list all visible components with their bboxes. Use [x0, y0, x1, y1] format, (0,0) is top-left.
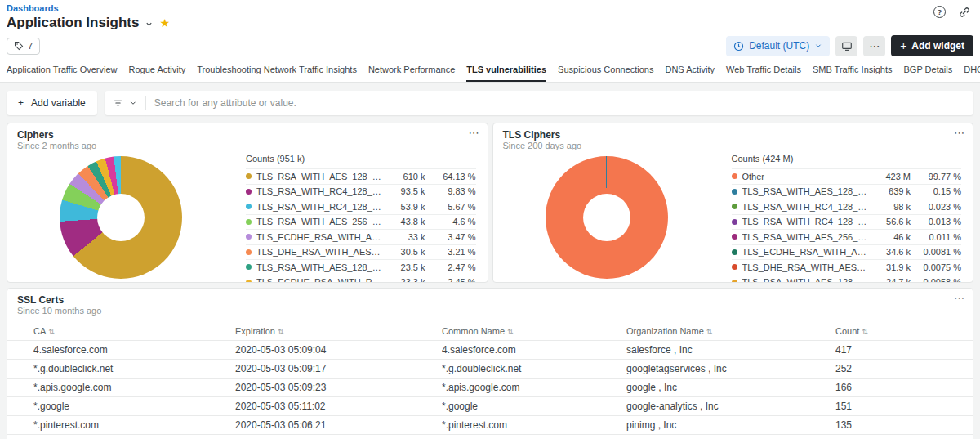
tab-rogue-activity[interactable]: Rogue Activity: [129, 60, 186, 82]
chevron-down-icon: [129, 99, 137, 107]
table-cell: 2020-05-03 05:09:17: [235, 363, 442, 374]
legend-label: TLS_ECDHE_RSA_WITH_AES_128_GCM_SHA256: [742, 247, 869, 257]
legend-row[interactable]: TLS_DHE_RSA_WITH_AES_128_CCM, null, null…: [246, 244, 476, 260]
legend-row[interactable]: TLS_ECDHE_RSA_WITH_AES_128_GCM_SHA25634.…: [732, 244, 962, 260]
legend-row[interactable]: TLS_RSA_WITH_AES_128_GCM_SHA256, null, n…: [246, 259, 476, 275]
table-row[interactable]: 4.salesforce.com2020-05-03 05:09:044.sal…: [7, 340, 973, 359]
filter-icon: [113, 98, 123, 108]
title-chevron-down-icon[interactable]: [145, 20, 154, 29]
table-row[interactable]: *.g.doubleclick.net2020-05-03 05:09:17*.…: [7, 359, 973, 378]
column-header-organization-name[interactable]: Organization Name⇅: [626, 326, 835, 336]
tab-network-performance[interactable]: Network Performance: [368, 60, 455, 82]
timezone-selector[interactable]: Default (UTC): [726, 36, 830, 56]
column-header-count[interactable]: Count⇅: [835, 326, 963, 336]
legend-label: TLS_DHE_RSA_WITH_AES_128_CCM, null, null: [256, 247, 383, 257]
legend-row[interactable]: TLS_RSA_WITH_RC4_128_SHA56.6 k0.013 %: [732, 214, 962, 230]
plus-icon: +: [900, 39, 906, 52]
legend-row[interactable]: TLS_RSA_WITH_RC4_128_SHA, null, null53.9…: [246, 199, 476, 214]
sort-icon: ⇅: [507, 328, 514, 336]
tags-pill[interactable]: 7: [7, 38, 40, 55]
column-header-expiration[interactable]: Expiration⇅: [235, 326, 442, 336]
legend-color-dot: [732, 234, 737, 240]
widget-more-icon[interactable]: ⋯: [954, 128, 964, 139]
legend-row[interactable]: TLS_RSA_WITH_AES_256_CBC_SHA, null, null…: [246, 214, 476, 230]
legend-value: 53.9 k: [388, 202, 425, 212]
legend-percent: 0.0075 %: [915, 262, 961, 272]
legend-row[interactable]: TLS_DHE_RSA_WITH_AES_128_CCM31.9 k0.0075…: [732, 259, 962, 275]
sort-icon: ⇅: [862, 328, 868, 336]
filter-menu-button[interactable]: [105, 96, 146, 110]
legend-row[interactable]: TLS_RSA_WITH_AES_128_GCM_SHA25624.7 k0.0…: [732, 275, 962, 284]
legend-row[interactable]: TLS_ECDHE_RSA_WITH_RC4_128_SHA, null, nu…: [246, 275, 476, 284]
table-row[interactable]: *.pinterest.com2020-05-03 05:06:21*.pint…: [7, 415, 973, 434]
legend-row[interactable]: TLS_RSA_WITH_RC4_128_MD598 k0.023 %: [732, 199, 962, 214]
legend-row[interactable]: TLS_RSA_WITH_RC4_128_MD5, null, null93.5…: [246, 184, 476, 199]
table-row[interactable]: *.google2020-05-03 05:11:02*.googlegoogl…: [7, 396, 973, 415]
search-input[interactable]: [146, 97, 973, 109]
tab-dhcp-insights[interactable]: DHCP Insights: [964, 60, 980, 82]
legend-value: 33 k: [388, 232, 425, 242]
tab-smb-traffic-insights[interactable]: SMB Traffic Insights: [813, 60, 893, 82]
tab-dns-activity[interactable]: DNS Activity: [665, 60, 715, 82]
legend-value: 46 k: [873, 232, 911, 242]
widget-more-icon[interactable]: ⋯: [954, 293, 964, 304]
tab-application-traffic-overview[interactable]: Application Traffic Overview: [7, 60, 118, 82]
legend-row[interactable]: TLS_RSA_WITH_AES_256_CBC_SHA46 k0.011 %: [732, 229, 962, 244]
table-cell: 2020-05-03 05:09:04: [235, 344, 442, 356]
dashboard-more-button[interactable]: ⋯: [863, 36, 885, 56]
table-cell: *.g.doubleclick.net: [33, 363, 235, 374]
table-row[interactable]: *.pinterest.com2020-05-03 05:06:11*.pint…: [7, 434, 973, 439]
legend-label: TLS_RSA_WITH_AES_128_CBC_SHA, null, null: [256, 172, 383, 181]
legend-percent: 3.21 %: [430, 247, 476, 257]
legend-row[interactable]: TLS_ECDHE_RSA_WITH_AES_128_GCM_SHA256, n…: [246, 229, 476, 244]
legend-percent: 2.45 %: [430, 277, 476, 283]
legend-percent: 0.023 %: [915, 202, 961, 212]
help-icon[interactable]: ?: [933, 6, 946, 18]
legend-color-dot: [732, 219, 737, 225]
tab-tls-vulnerabilities[interactable]: TLS vulnerabilities: [466, 60, 546, 82]
tls-ciphers-donut-chart[interactable]: [546, 156, 668, 279]
table-row[interactable]: *.apis.google.com2020-05-03 05:09:23*.ap…: [7, 378, 973, 396]
widget-more-icon[interactable]: ⋯: [469, 128, 479, 139]
legend-label: TLS_RSA_WITH_RC4_128_MD5: [742, 202, 869, 212]
table-cell: 4.salesforce.com: [442, 344, 626, 356]
legend-row[interactable]: Other423 M99.77 %: [732, 168, 962, 184]
legend-label: TLS_RSA_WITH_AES_128_CBC_SHA: [742, 186, 869, 196]
add-variable-button[interactable]: + Add variable: [7, 91, 97, 115]
ssl-certs-widget: SSL Certs Since 10 months ago ⋯ CA⇅Expir…: [7, 288, 973, 439]
permalink-icon[interactable]: [959, 7, 970, 18]
breadcrumb[interactable]: Dashboards: [7, 3, 973, 14]
legend-label: TLS_RSA_WITH_AES_128_GCM_SHA256, null, n…: [256, 262, 383, 272]
legend-label: TLS_RSA_WITH_AES_256_CBC_SHA: [742, 232, 869, 242]
legend-label: TLS_DHE_RSA_WITH_AES_128_CCM: [742, 262, 869, 272]
page-header: Dashboards Application Insights ★ ?: [0, 0, 980, 31]
add-widget-button[interactable]: + Add widget: [891, 35, 973, 56]
legend-value: 34.6 k: [873, 247, 911, 257]
legend-percent: 99.77 %: [915, 172, 961, 181]
legend-label: TLS_ECDHE_RSA_WITH_RC4_128_SHA, null, nu…: [256, 277, 383, 283]
ssl-certs-table: CA⇅Expiration⇅Common Name⇅Organization N…: [7, 322, 973, 439]
tab-suspicious-connections[interactable]: Suspicious Connections: [558, 60, 653, 82]
ciphers-donut-chart[interactable]: [60, 156, 182, 279]
tab-web-traffic-details[interactable]: Web Traffic Details: [726, 60, 801, 82]
tab-troubleshooting-network-traffic-insights[interactable]: Troubleshooting Network Traffic Insights: [197, 60, 357, 82]
widget-subtitle: Since 10 months ago: [7, 306, 973, 316]
legend-value: 639 k: [873, 186, 911, 196]
legend-value: 24.7 k: [873, 277, 911, 283]
table-cell: 135: [835, 419, 963, 431]
column-header-ca[interactable]: CA⇅: [33, 326, 235, 336]
dashboard-content: + Add variable Ciphers Since 2 months ag…: [0, 83, 980, 439]
page-title: Application Insights: [7, 15, 139, 31]
column-header-common-name[interactable]: Common Name⇅: [442, 326, 626, 336]
legend-color-dot: [732, 249, 737, 255]
legend-color-dot: [732, 189, 737, 195]
tv-mode-button[interactable]: [835, 36, 858, 56]
legend-percent: 9.83 %: [430, 186, 476, 196]
legend-row[interactable]: TLS_RSA_WITH_AES_128_CBC_SHA639 k0.15 %: [732, 184, 962, 199]
tab-bgp-details[interactable]: BGP Details: [904, 60, 953, 82]
legend-row[interactable]: TLS_RSA_WITH_AES_128_CBC_SHA, null, null…: [246, 168, 476, 184]
table-cell: 166: [835, 382, 963, 393]
toolbar-row: 7 Default (UTC) ⋯ + Add widget: [0, 31, 980, 60]
legend-percent: 0.0058 %: [915, 277, 961, 283]
favorite-star-icon[interactable]: ★: [159, 17, 170, 29]
